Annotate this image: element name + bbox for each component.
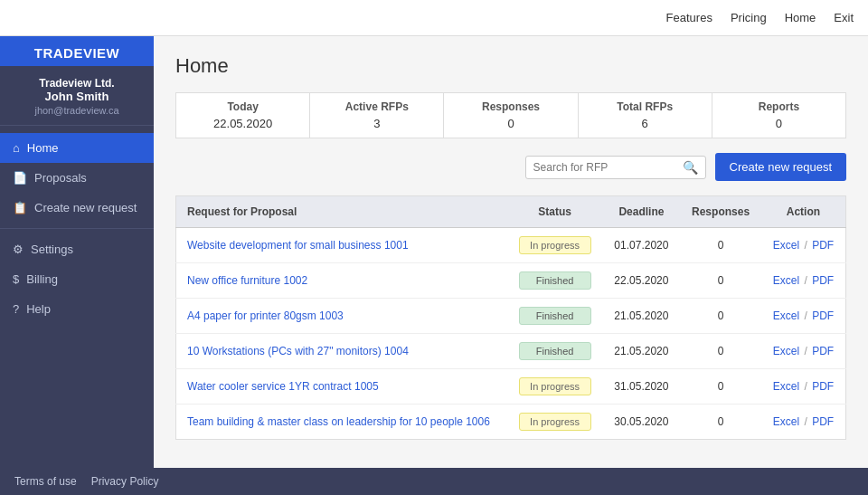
nav-pricing[interactable]: Pricing xyxy=(731,11,767,24)
sidebar-label-help: Help xyxy=(26,302,51,316)
rfp-table: Request for Proposal Status Deadline Res… xyxy=(175,195,846,440)
action-pdf[interactable]: PDF xyxy=(812,274,834,287)
cell-title: Team building & master class on leadersh… xyxy=(176,405,507,440)
cell-status: Finished xyxy=(507,263,603,299)
sidebar-item-help[interactable]: ? Help xyxy=(0,294,154,324)
rfp-link[interactable]: New office furniture 1002 xyxy=(187,274,307,287)
cell-deadline: 22.05.2020 xyxy=(603,263,681,299)
sidebar-label-create: Create new request xyxy=(34,201,137,214)
cell-action: Excel / PDF xyxy=(761,334,846,369)
sidebar: TRADEVIEW Tradeview Ltd. John Smith jhon… xyxy=(0,36,154,468)
cell-action: Excel / PDF xyxy=(761,405,846,440)
stat-responses: Responses 0 xyxy=(444,93,578,138)
top-navigation: Features Pricing Home Exit xyxy=(0,0,868,36)
user-email: jhon@tradeview.ca xyxy=(7,105,146,116)
table-row: A4 paper for printer 80gsm 1003 Finished… xyxy=(176,299,846,334)
cell-deadline: 01.07.2020 xyxy=(603,228,681,263)
stat-reports-label: Reports xyxy=(722,100,836,113)
sidebar-divider xyxy=(0,228,154,229)
cell-responses: 0 xyxy=(680,334,761,369)
search-input[interactable] xyxy=(533,161,679,174)
sidebar-item-settings[interactable]: ⚙ Settings xyxy=(0,234,154,264)
table-row: Team building & master class on leadersh… xyxy=(176,405,846,440)
help-icon: ? xyxy=(13,302,19,316)
status-badge: In progress xyxy=(519,236,591,254)
action-separator: / xyxy=(804,345,810,357)
sidebar-item-billing[interactable]: $ Billing xyxy=(0,264,154,294)
stat-active-rfps: Active RFPs 3 xyxy=(310,93,444,138)
rfp-link[interactable]: Team building & master class on leadersh… xyxy=(187,415,490,428)
status-badge: Finished xyxy=(519,271,591,290)
page-title: Home xyxy=(175,54,846,78)
cell-deadline: 21.05.2020 xyxy=(603,334,681,369)
cell-responses: 0 xyxy=(680,369,761,405)
billing-icon: $ xyxy=(13,272,19,286)
cell-status: In progress xyxy=(507,369,603,405)
rfp-link[interactable]: Water cooler service 1YR contract 1005 xyxy=(187,380,379,393)
footer-privacy[interactable]: Privacy Policy xyxy=(91,475,159,488)
sidebar-label-settings: Settings xyxy=(31,243,73,256)
action-pdf[interactable]: PDF xyxy=(812,380,834,393)
action-separator: / xyxy=(804,380,810,393)
action-excel[interactable]: Excel xyxy=(773,239,799,252)
create-new-request-button[interactable]: Create new request xyxy=(715,153,846,181)
action-excel[interactable]: Excel xyxy=(773,274,799,287)
stat-reports: Reports 0 xyxy=(712,93,845,138)
cell-title: Water cooler service 1YR contract 1005 xyxy=(176,369,507,405)
rfp-link[interactable]: Website development for small business 1… xyxy=(187,239,409,252)
stats-bar: Today 22.05.2020 Active RFPs 3 Responses… xyxy=(175,92,846,138)
col-header-deadline: Deadline xyxy=(603,196,681,228)
action-pdf[interactable]: PDF xyxy=(812,309,834,322)
stat-active-rfps-label: Active RFPs xyxy=(319,100,434,113)
stat-total-rfps: Total RFPs 6 xyxy=(579,93,712,138)
col-header-rfp: Request for Proposal xyxy=(176,196,507,228)
table-row: New office furniture 1002 Finished 22.05… xyxy=(176,263,846,299)
create-icon: 📋 xyxy=(13,201,27,214)
cell-status: Finished xyxy=(507,334,603,369)
sidebar-item-proposals[interactable]: 📄 Proposals xyxy=(0,163,154,193)
brand-logo: TRADEVIEW xyxy=(0,36,154,66)
stat-responses-value: 0 xyxy=(453,117,568,130)
action-excel[interactable]: Excel xyxy=(773,345,799,357)
action-separator: / xyxy=(804,309,810,322)
action-pdf[interactable]: PDF xyxy=(812,239,834,252)
sidebar-navigation: ⌂ Home 📄 Proposals 📋 Create new request … xyxy=(0,126,154,331)
user-name: John Smith xyxy=(7,90,146,103)
action-excel[interactable]: Excel xyxy=(773,415,799,428)
search-box: 🔍 xyxy=(525,156,706,179)
sidebar-item-home[interactable]: ⌂ Home xyxy=(0,133,154,163)
cell-action: Excel / PDF xyxy=(761,263,846,299)
settings-icon: ⚙ xyxy=(13,243,24,256)
action-separator: / xyxy=(804,415,810,428)
table-header-row: Request for Proposal Status Deadline Res… xyxy=(176,196,846,228)
col-header-action: Action xyxy=(761,196,846,228)
cell-responses: 0 xyxy=(680,405,761,440)
table-row: Water cooler service 1YR contract 1005 I… xyxy=(176,369,846,405)
status-badge: In progress xyxy=(519,413,591,431)
col-header-status: Status xyxy=(507,196,603,228)
rfp-link[interactable]: A4 paper for printer 80gsm 1003 xyxy=(187,309,344,322)
rfp-link[interactable]: 10 Workstations (PCs with 27" monitors) … xyxy=(187,345,409,357)
nav-home[interactable]: Home xyxy=(785,11,816,24)
action-pdf[interactable]: PDF xyxy=(812,345,834,357)
footer: Terms of use Privacy Policy xyxy=(0,468,868,495)
cell-status: In progress xyxy=(507,405,603,440)
action-pdf[interactable]: PDF xyxy=(812,415,834,428)
cell-action: Excel / PDF xyxy=(761,228,846,263)
sidebar-label-home: Home xyxy=(27,141,59,155)
cell-title: New office furniture 1002 xyxy=(176,263,507,299)
stat-total-rfps-label: Total RFPs xyxy=(588,100,703,113)
search-row: 🔍 Create new request xyxy=(175,153,846,181)
action-separator: / xyxy=(804,274,810,287)
sidebar-item-create-request[interactable]: 📋 Create new request xyxy=(0,193,154,223)
nav-features[interactable]: Features xyxy=(666,11,712,24)
cell-status: In progress xyxy=(507,228,603,263)
cell-responses: 0 xyxy=(680,263,761,299)
action-excel[interactable]: Excel xyxy=(773,380,799,393)
cell-responses: 0 xyxy=(680,299,761,334)
nav-exit[interactable]: Exit xyxy=(834,11,854,24)
status-badge: Finished xyxy=(519,307,591,325)
footer-terms[interactable]: Terms of use xyxy=(14,475,77,488)
action-excel[interactable]: Excel xyxy=(773,309,799,322)
cell-deadline: 31.05.2020 xyxy=(603,369,681,405)
